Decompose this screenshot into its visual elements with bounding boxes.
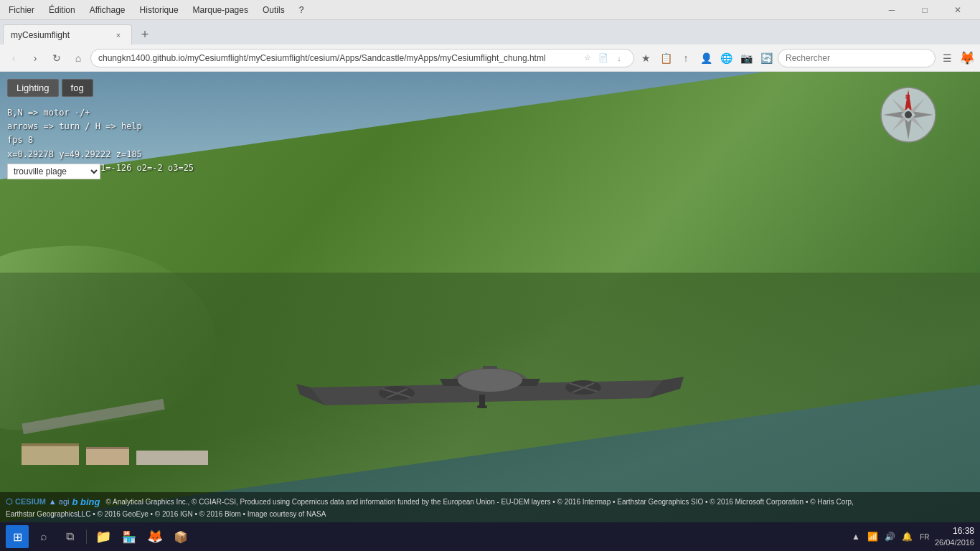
search-input[interactable] bbox=[786, 53, 928, 63]
search-bar[interactable] bbox=[778, 49, 936, 67]
building-1 bbox=[22, 443, 79, 465]
tray-network[interactable]: 📶 bbox=[866, 529, 880, 544]
taskbar-store[interactable]: 🏪 bbox=[118, 526, 140, 547]
building-2 bbox=[86, 447, 129, 465]
taskbar-unknown[interactable]: 📦 bbox=[170, 526, 192, 547]
share-icon[interactable]: ↑ bbox=[677, 50, 694, 67]
bookmark-star-icon[interactable]: ☆ bbox=[580, 51, 595, 65]
right-nav-icons: ★ 📋 ↑ 👤 🌐 📷 🔄 bbox=[637, 50, 775, 67]
tray-speaker[interactable]: 🔊 bbox=[883, 529, 897, 544]
url-bar[interactable]: chungkn1400.github.io/myCesiumflight/myC… bbox=[90, 49, 634, 67]
close-button[interactable]: ✕ bbox=[941, 0, 974, 20]
tab-close-button[interactable]: × bbox=[113, 29, 124, 41]
lighting-button[interactable]: Lighting bbox=[7, 79, 59, 97]
refresh-button[interactable]: ↻ bbox=[47, 49, 66, 67]
top-buttons: Lighting fog bbox=[7, 79, 93, 97]
maximize-button[interactable]: □ bbox=[908, 0, 941, 20]
reader-view-icon[interactable]: 📄 bbox=[596, 51, 611, 65]
date-display: 26/04/2016 bbox=[935, 537, 974, 548]
menu-icon[interactable]: ☰ bbox=[938, 50, 956, 67]
time-display: 16:38 bbox=[935, 525, 974, 537]
viewport: Lighting fog B,N => motor -/+ arrows => … bbox=[0, 72, 980, 522]
window-controls: ─ □ ✕ bbox=[875, 0, 974, 20]
extra-icons: ☰ 🦊 bbox=[938, 50, 976, 67]
url-text: chungkn1400.github.io/myCesiumflight/myC… bbox=[98, 53, 580, 63]
svg-point-6 bbox=[458, 369, 522, 392]
menu-outils[interactable]: Outils bbox=[260, 4, 288, 17]
title-bar: Fichier Édition Affichage Historique Mar… bbox=[0, 0, 980, 20]
back-button[interactable]: ‹ bbox=[4, 49, 23, 67]
clock: 16:38 26/04/2016 bbox=[935, 525, 974, 548]
building-3 bbox=[136, 451, 208, 465]
browser-frame: Fichier Édition Affichage Historique Mar… bbox=[0, 0, 980, 551]
minimize-button[interactable]: ─ bbox=[875, 0, 908, 20]
menu-help[interactable]: ? bbox=[296, 4, 307, 17]
menu-historique[interactable]: Historique bbox=[137, 4, 182, 17]
svg-rect-14 bbox=[477, 405, 487, 408]
browser-tab[interactable]: myCesiumflight × bbox=[3, 24, 132, 44]
menu-fichier[interactable]: Fichier bbox=[6, 4, 37, 17]
menu-marquepages[interactable]: Marque-pages bbox=[190, 4, 251, 17]
menu-bar: Fichier Édition Affichage Historique Mar… bbox=[6, 4, 306, 17]
history-icon[interactable]: 📋 bbox=[657, 50, 674, 67]
account-icon[interactable]: 👤 bbox=[697, 50, 715, 67]
new-tab-button[interactable]: + bbox=[135, 24, 155, 44]
download-icon[interactable]: ↓ bbox=[612, 51, 626, 65]
home-button[interactable]: ⌂ bbox=[69, 49, 88, 67]
system-tray: ▲ 📶 🔊 🔔 FR 16:38 26/04/2016 bbox=[849, 525, 974, 548]
tray-notification[interactable]: 🔔 bbox=[900, 529, 915, 544]
tab-bar: myCesiumflight × + bbox=[0, 20, 980, 44]
start-button[interactable]: ⊞ bbox=[6, 525, 29, 548]
tab-title: myCesiumflight bbox=[11, 30, 107, 40]
tray-arrow[interactable]: ▲ bbox=[849, 529, 863, 544]
menu-affichage[interactable]: Affichage bbox=[87, 4, 128, 17]
screenshot-icon[interactable]: 📷 bbox=[738, 50, 755, 67]
firefox-icon[interactable]: 🦊 bbox=[958, 50, 976, 67]
taskbar-search[interactable]: ⌕ bbox=[33, 526, 55, 547]
bookmark-icon[interactable]: ★ bbox=[637, 50, 654, 67]
tray-language[interactable]: FR bbox=[918, 529, 932, 544]
fog-button[interactable]: fog bbox=[62, 79, 93, 97]
nav-bar: ‹ › ↻ ⌂ chungkn1400.github.io/myCesiumfl… bbox=[0, 44, 980, 72]
synced-icon[interactable]: 🔄 bbox=[758, 50, 775, 67]
taskbar-browser[interactable]: 🦊 bbox=[144, 526, 166, 547]
taskbar-explorer[interactable]: 📁 bbox=[93, 526, 114, 547]
translate-icon[interactable]: 🌐 bbox=[717, 50, 735, 67]
forward-button[interactable]: › bbox=[26, 49, 44, 67]
taskbar-taskview[interactable]: ⧉ bbox=[59, 526, 80, 547]
taskbar: ⊞ ⌕ ⧉ 📁 🏪 🦊 📦 ▲ 📶 🔊 🔔 FR 16:38 26/04/201… bbox=[0, 522, 980, 551]
menu-edition[interactable]: Édition bbox=[46, 4, 78, 17]
aircraft bbox=[239, 273, 741, 488]
taskbar-separator bbox=[86, 529, 87, 544]
location-dropdown[interactable]: trouville plage paris marseille lyon bbox=[7, 164, 100, 179]
